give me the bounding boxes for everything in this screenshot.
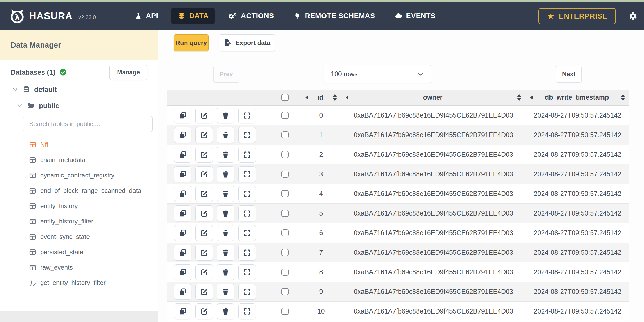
nav-item-actions[interactable]: ACTIONS — [222, 8, 280, 24]
expand-row-button[interactable] — [238, 264, 256, 280]
cell-id: 10 — [301, 302, 341, 321]
row-checkbox[interactable] — [281, 171, 289, 178]
expand-row-button[interactable] — [238, 147, 256, 163]
cell-db-write-timestamp: 2024-08-27T09:50:57.245142 — [526, 164, 629, 184]
copy-row-button[interactable] — [174, 225, 191, 241]
header-col-db-write-timestamp[interactable]: db_write_timestamp — [526, 90, 629, 105]
copy-row-button[interactable] — [174, 264, 191, 280]
copy-row-button[interactable] — [174, 303, 191, 319]
copy-row-button[interactable] — [174, 205, 191, 221]
run-query-button[interactable]: Run query — [174, 34, 209, 51]
delete-row-button[interactable] — [217, 108, 234, 123]
row-checkbox[interactable] — [281, 210, 289, 217]
expand-row-button[interactable] — [238, 186, 256, 202]
row-checkbox[interactable] — [281, 288, 289, 295]
sort-icon[interactable] — [517, 94, 521, 101]
enterprise-button[interactable]: ★ ENTERPRISE — [538, 8, 616, 24]
edit-row-button[interactable] — [195, 245, 213, 261]
row-checkbox[interactable] — [281, 112, 289, 119]
sidebar-table-item[interactable]: ƒx raw_events — [0, 260, 158, 275]
delete-row-button[interactable] — [217, 147, 234, 163]
edit-row-button[interactable] — [195, 225, 213, 241]
row-checkbox[interactable] — [281, 190, 289, 197]
search-tables-input[interactable] — [23, 116, 153, 132]
row-checkbox[interactable] — [281, 269, 289, 276]
select-all-checkbox[interactable] — [281, 94, 289, 101]
expand-row-button[interactable] — [238, 284, 256, 300]
settings-gear-icon[interactable] — [629, 12, 638, 21]
edit-row-button[interactable] — [195, 108, 213, 123]
delete-row-button[interactable] — [217, 166, 234, 182]
edit-row-button[interactable] — [195, 127, 213, 143]
sidebar-table-item[interactable]: ƒx Nft — [0, 137, 158, 152]
export-data-button[interactable]: Export data — [219, 34, 275, 51]
row-checkbox[interactable] — [281, 308, 289, 315]
sort-icon[interactable] — [333, 94, 337, 101]
header-col-owner[interactable]: owner — [341, 90, 526, 105]
edit-row-button[interactable] — [195, 147, 213, 163]
edit-row-button[interactable] — [195, 166, 213, 182]
sidebar-table-item[interactable]: ƒx persisted_state — [0, 244, 158, 260]
delete-row-button[interactable] — [217, 245, 234, 261]
expand-row-button[interactable] — [238, 108, 256, 123]
tree-node-schema-public[interactable]: public — [17, 100, 59, 111]
column-left-icon[interactable] — [305, 95, 308, 100]
expand-row-button[interactable] — [238, 127, 256, 143]
nav-item-data[interactable]: DATA — [171, 8, 215, 24]
expand-row-button[interactable] — [238, 225, 256, 241]
nav-item-events[interactable]: EVENTS — [388, 8, 442, 24]
table-row: 2 0xaBA7161A7fb69c88e16ED9f455CE62B791EE… — [167, 145, 629, 164]
next-page-button[interactable]: Next — [556, 66, 582, 83]
copy-row-button[interactable] — [174, 166, 191, 182]
delete-row-button[interactable] — [217, 264, 234, 280]
sidebar-table-item[interactable]: ƒx chain_metadata — [0, 152, 158, 168]
row-checkbox[interactable] — [281, 229, 289, 236]
sidebar-table-item[interactable]: ƒx entity_history — [0, 198, 158, 214]
sort-icon[interactable] — [621, 94, 625, 101]
row-checkbox[interactable] — [281, 151, 289, 158]
gears-icon — [228, 12, 237, 20]
copy-row-button[interactable] — [174, 284, 191, 300]
expand-row-button[interactable] — [238, 166, 256, 182]
nav-item-api[interactable]: API — [128, 8, 165, 24]
header-col-id[interactable]: id — [301, 90, 341, 105]
copy-row-button[interactable] — [174, 245, 191, 261]
copy-row-button[interactable] — [174, 127, 191, 143]
hasura-logo[interactable]: λ HASURA v2.23.0 — [10, 8, 96, 24]
chevron-down-icon[interactable] — [17, 102, 23, 109]
expand-row-button[interactable] — [238, 205, 256, 221]
delete-row-button[interactable] — [217, 303, 234, 319]
rows-per-page-select[interactable]: 100 rows — [324, 65, 431, 83]
sidebar-table-item[interactable]: ƒx dynamic_contract_registry — [0, 168, 158, 183]
edit-row-button[interactable] — [195, 205, 213, 221]
delete-row-button[interactable] — [217, 225, 234, 241]
cell-owner: 0xaBA7161A7fb69c88e16ED9f455CE62B791EE4D… — [341, 164, 526, 184]
row-checkbox[interactable] — [281, 131, 289, 138]
edit-row-button[interactable] — [195, 264, 213, 280]
expand-row-button[interactable] — [238, 245, 256, 261]
copy-row-button[interactable] — [174, 147, 191, 163]
column-left-icon[interactable] — [530, 95, 533, 100]
manage-button[interactable]: Manage — [109, 65, 147, 80]
edit-row-button[interactable] — [195, 284, 213, 300]
sidebar-table-item[interactable]: ƒx entity_history_filter — [0, 214, 158, 229]
nav-item-remote-schemas[interactable]: REMOTE SCHEMAS — [287, 8, 381, 24]
sidebar-table-item[interactable]: ƒx end_of_block_range_scanned_data — [0, 183, 158, 198]
sidebar-table-item[interactable]: ƒx event_sync_state — [0, 229, 158, 244]
cell-db-write-timestamp: 2024-08-27T09:50:57.245142 — [526, 184, 629, 203]
row-checkbox[interactable] — [281, 249, 289, 256]
column-left-icon[interactable] — [346, 95, 348, 100]
sidebar-table-item[interactable]: ƒx get_entity_history_filter — [0, 275, 158, 290]
chevron-down-icon[interactable] — [12, 86, 18, 93]
copy-row-button[interactable] — [174, 108, 191, 123]
edit-row-button[interactable] — [195, 303, 213, 319]
delete-row-button[interactable] — [217, 284, 234, 300]
expand-row-button[interactable] — [238, 303, 256, 319]
edit-row-button[interactable] — [195, 186, 213, 202]
copy-row-button[interactable] — [174, 186, 191, 202]
delete-row-button[interactable] — [217, 205, 234, 221]
tree-node-database-default[interactable]: default — [12, 84, 57, 95]
delete-row-button[interactable] — [217, 186, 234, 202]
delete-row-button[interactable] — [217, 127, 234, 143]
prev-page-button[interactable]: Prev — [213, 66, 239, 83]
